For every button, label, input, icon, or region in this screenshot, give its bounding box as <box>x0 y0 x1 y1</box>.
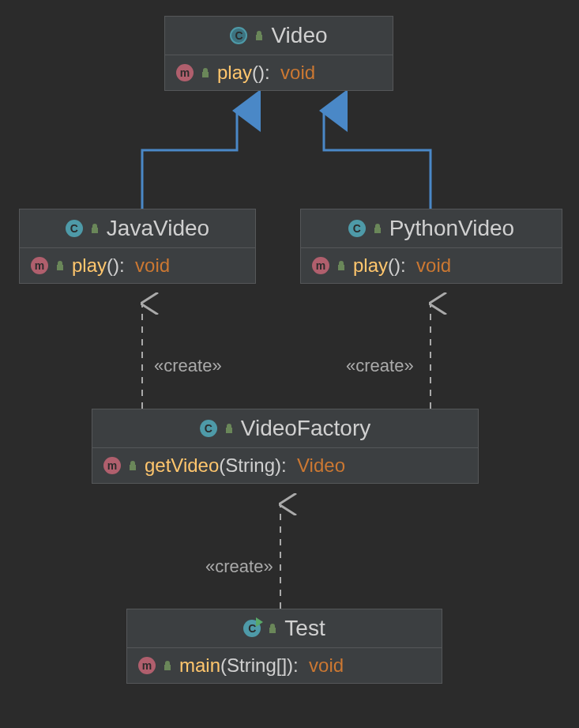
class-video[interactable]: C Video m play(): void <box>164 16 393 91</box>
method-icon: m <box>103 457 121 474</box>
method-return: void <box>416 255 451 276</box>
lock-icon <box>372 223 383 234</box>
class-pythonvideo-name: PythonVideo <box>389 216 514 241</box>
create-label-1: «create» <box>154 356 222 376</box>
edge-javavideo-to-video <box>142 111 237 209</box>
class-icon: C <box>200 420 217 437</box>
class-pythonvideo[interactable]: C PythonVideo m play(): void <box>300 209 562 284</box>
class-javavideo[interactable]: C JavaVideo m play(): void <box>19 209 256 284</box>
class-test-method: m main(String[]): void <box>127 648 442 683</box>
class-icon: C <box>348 220 366 237</box>
class-test-name: Test <box>284 616 325 641</box>
class-pythonvideo-method: m play(): void <box>301 248 562 283</box>
method-return: void <box>280 62 315 83</box>
lock-icon <box>127 460 138 471</box>
lock-icon <box>55 260 66 271</box>
method-name: main <box>179 654 220 676</box>
method-name: play <box>217 62 252 83</box>
class-videofactory[interactable]: C VideoFactory m getVideo(String): Video <box>92 409 479 484</box>
class-videofactory-header: C VideoFactory <box>92 409 478 448</box>
create-label-3: «create» <box>205 556 273 577</box>
lock-icon <box>200 67 211 78</box>
run-icon <box>256 617 263 627</box>
class-videofactory-name: VideoFactory <box>241 416 370 441</box>
method-return: void <box>135 255 170 276</box>
lock-icon <box>224 423 235 434</box>
lock-icon <box>267 623 278 634</box>
class-test[interactable]: C Test m main(String[]): void <box>126 609 442 684</box>
method-return: Video <box>297 455 345 476</box>
class-pythonvideo-header: C PythonVideo <box>301 209 562 248</box>
lock-icon <box>162 660 173 671</box>
class-videofactory-method: m getVideo(String): Video <box>92 448 478 483</box>
class-test-header: C Test <box>127 609 442 648</box>
class-javavideo-name: JavaVideo <box>107 216 209 241</box>
method-icon: m <box>138 657 156 674</box>
lock-icon <box>254 30 265 41</box>
method-icon: m <box>176 64 194 81</box>
class-icon: C <box>230 27 247 44</box>
create-label-2: «create» <box>346 356 414 376</box>
class-video-header: C Video <box>165 17 393 55</box>
edge-pythonvideo-to-video <box>324 111 430 209</box>
lock-icon <box>336 260 347 271</box>
method-name: play <box>353 255 388 276</box>
class-video-method: m play(): void <box>165 55 393 90</box>
method-icon: m <box>312 257 329 274</box>
class-icon: C <box>66 220 83 237</box>
method-icon: m <box>31 257 48 274</box>
method-return: void <box>309 654 344 676</box>
class-video-name: Video <box>271 23 327 48</box>
method-name: getVideo <box>145 455 219 476</box>
lock-icon <box>89 223 100 234</box>
class-javavideo-method: m play(): void <box>20 248 255 283</box>
method-name: play <box>72 255 107 276</box>
class-javavideo-header: C JavaVideo <box>20 209 255 248</box>
